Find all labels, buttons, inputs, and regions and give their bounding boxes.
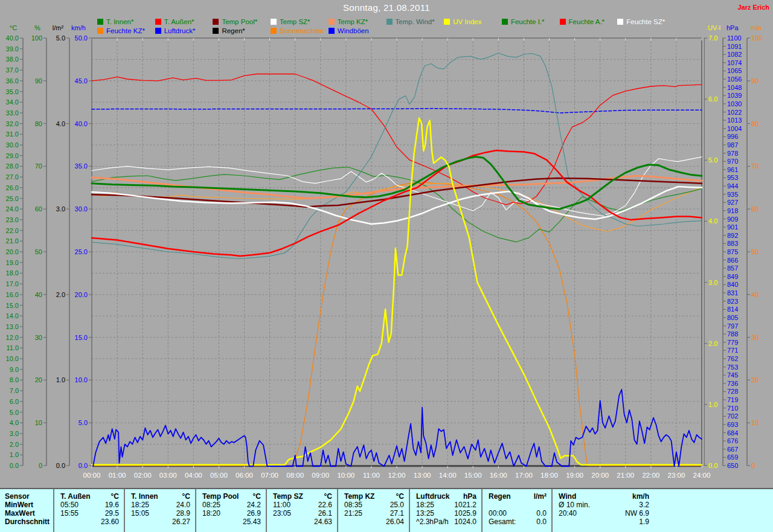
axis-tick-label: 06:00 — [236, 472, 253, 479]
axis-tick-label: 1074 — [727, 59, 742, 66]
table-cell-value: 25.0 — [390, 501, 404, 509]
table-cell-label: Temp SZ — [273, 492, 303, 501]
axis-tick-label: 978 — [727, 150, 738, 157]
axis-tick-label: % — [34, 24, 40, 31]
axis-tick-label: 866 — [727, 257, 738, 264]
axis-uvindex: UV-I7.06.05.04.03.02.01.00.0 — [704, 24, 720, 469]
table-cell-value: l/m² — [534, 492, 547, 501]
axis-tick-label: 944 — [727, 182, 738, 190]
axis-tick-label: 16.0 — [6, 291, 19, 298]
axis-tick-label: 80 — [35, 120, 42, 127]
axis-tick-label: 684 — [727, 429, 738, 437]
axis-tick-label: 36.0 — [6, 77, 19, 85]
table-row-label: MaxWert — [5, 509, 35, 518]
axis-tick-label: 875 — [727, 248, 738, 255]
axis-tick-label: 788 — [727, 330, 738, 338]
table-cell-value: 0.0 — [536, 509, 547, 518]
axis-tick-label: 3.0 — [56, 205, 65, 213]
table-cell-value: 24.2 — [247, 501, 261, 509]
axis-tick-label: 935 — [727, 191, 738, 198]
table-row-labels: SensorMinWertMaxWertDurchschnitt — [0, 489, 53, 532]
table-column-wind: Windkm/hØ 10 min.3.220:40NW 6.91.9 — [551, 489, 773, 532]
axis-hpa: hPa1100109110821074106510561048103910301… — [723, 24, 742, 469]
axis-tick-label: 12:00 — [388, 472, 406, 479]
table-column-header: Windkm/h — [553, 492, 654, 501]
table-cell-label: 18:25 — [416, 501, 434, 509]
axis-tick-label: 29.0 — [6, 152, 19, 159]
table-cell-value: NW 6.9 — [625, 509, 649, 518]
table-cell-label: 18:25 — [131, 501, 149, 509]
axis-tick-label: 08:00 — [286, 472, 304, 479]
axis-tick-label: 24:00 — [693, 472, 711, 479]
table-column-header: LuftdruckhPa — [410, 492, 481, 501]
axis-tick-label: 3.0 — [708, 279, 717, 286]
axis-tick-label: 14:00 — [439, 472, 457, 479]
axis-tick-label: 40.0 — [75, 120, 88, 127]
axis-tick-label: 35.0 — [6, 88, 19, 95]
table-column-header: T. Außen°C — [54, 492, 124, 501]
axis-tick-label: 1.0 — [708, 401, 717, 408]
axis-tick-label: 23.0 — [6, 216, 19, 223]
axis-tick-label: 987 — [727, 141, 738, 149]
axis-tick-label: 30 — [35, 334, 42, 341]
axis-minutes: min1009080706050403020100 — [747, 24, 762, 469]
axis-tick-label: 1065 — [727, 67, 742, 74]
axis-tick-label: 50 — [35, 248, 42, 255]
axis-tick-label: 0.0 — [10, 462, 19, 469]
axis-tick-label: 849 — [727, 273, 738, 280]
axis-tick-label: 840 — [727, 281, 738, 288]
axis-tick-label: 814 — [727, 306, 738, 313]
axis-tick-label: 909 — [727, 216, 738, 223]
axis-tick-label: 40.0 — [6, 34, 19, 42]
table-row-label: Durchschnitt — [5, 518, 50, 526]
axis-tick-label: 22.0 — [6, 227, 19, 234]
table-column-temp-sz: Temp SZ°C11:0022.623:0526.124.63 — [266, 489, 337, 532]
x-axis-labels: 00:0001:0002:0003:0004:0005:0006:0007:00… — [83, 472, 711, 479]
axis-tick-label: 693 — [727, 421, 738, 428]
table-cell-value: 1.9 — [639, 518, 649, 526]
axis-tick-label: 1091 — [727, 43, 742, 50]
axis-tick-label: 20.0 — [6, 248, 19, 255]
table-cell-value: 26.27 — [172, 518, 190, 526]
axis-tick-label: 80 — [751, 120, 759, 127]
axis-tick-label: 32.0 — [6, 120, 19, 127]
axis-tick-label: 35.0 — [75, 162, 88, 170]
axis-tick-label: 1.0 — [10, 451, 19, 458]
table-cell-label: ^2.3hPa/h — [416, 518, 449, 526]
axis-tick-label: 30 — [751, 334, 759, 341]
axis-tick-label: 762 — [727, 355, 738, 362]
table-cell-value: °C — [182, 492, 190, 501]
table-cell-value: 1025.9 — [454, 509, 476, 518]
axis-tick-label: 12.0 — [6, 334, 19, 341]
axis-tick-label: 38.0 — [6, 56, 19, 63]
axis-tick-label: 702 — [727, 412, 738, 420]
axis-tick-label: 15.0 — [75, 334, 88, 341]
axis-windkmh: km/h50.045.040.035.030.025.020.015.010.0… — [71, 24, 92, 469]
axis-tick-label: 883 — [727, 240, 738, 247]
axis-tick-label: 24.0 — [6, 205, 19, 213]
axis-tick-label: 20 — [751, 376, 759, 383]
axis-rain: l/m²5.04.03.02.01.00.0 — [53, 24, 69, 469]
table-column-header: Temp SZ°C — [267, 492, 337, 501]
table-cell-value: 19.6 — [105, 501, 119, 509]
axis-tick-label: 857 — [727, 264, 738, 272]
table-cell-value: 26.04 — [386, 518, 404, 526]
table-cell-value: 25.43 — [243, 518, 261, 526]
plot-area[interactable] — [92, 38, 702, 466]
axis-tick-label: 805 — [727, 314, 738, 321]
table-cell-label: 00:00 — [489, 509, 507, 518]
axis-tick-label: 0.0 — [79, 462, 88, 469]
axis-tick-label: 710 — [727, 405, 738, 412]
axis-tick-label: 11:00 — [363, 472, 380, 479]
axis-tick-label: 3.0 — [10, 430, 19, 437]
axis-tick-label: 100 — [751, 34, 762, 42]
axis-tick-label: 4.0 — [708, 217, 717, 225]
table-cell-label: 08:25 — [202, 501, 220, 509]
axis-tick-label: 40 — [751, 291, 759, 298]
table-cell-value: 27.1 — [390, 509, 404, 518]
axis-tick-label: 45.0 — [75, 77, 88, 85]
table-row-label: MinWert — [5, 501, 33, 509]
table-cell-label: T. Innen — [131, 492, 158, 501]
axis-tick-label: 927 — [727, 199, 738, 206]
axis-tick-label: 16:00 — [490, 472, 507, 479]
